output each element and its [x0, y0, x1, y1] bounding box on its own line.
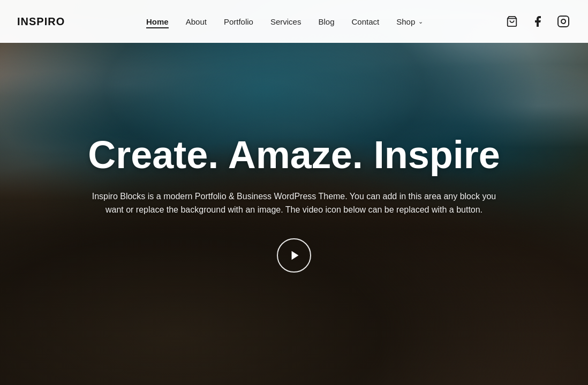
play-button[interactable]	[277, 238, 311, 273]
nav-item-contact[interactable]: Contact	[351, 17, 379, 26]
main-nav: Home About Portfolio Services Blog Conta…	[146, 17, 423, 26]
hero-title: Create. Amaze. Inspire	[85, 134, 503, 176]
hero-section: INSPIRO Home About Portfolio Services Bl…	[0, 0, 588, 385]
facebook-icon[interactable]	[530, 14, 545, 29]
hero-content: Create. Amaze. Inspire Inspiro Blocks is…	[64, 134, 524, 272]
chevron-down-icon: ⌄	[418, 18, 423, 25]
nav-item-portfolio[interactable]: Portfolio	[224, 17, 253, 26]
site-header: INSPIRO Home About Portfolio Services Bl…	[0, 0, 588, 43]
svg-marker-3	[292, 251, 299, 260]
nav-item-blog[interactable]: Blog	[318, 17, 334, 26]
hero-subtitle: Inspiro Blocks is a modern Portfolio & B…	[85, 190, 503, 217]
header-icons	[504, 14, 571, 29]
instagram-icon[interactable]	[556, 14, 571, 29]
nav-item-shop[interactable]: Shop ⌄	[396, 17, 423, 26]
svg-rect-1	[558, 16, 569, 27]
cart-icon[interactable]	[504, 14, 519, 29]
site-logo[interactable]: INSPIRO	[17, 16, 65, 28]
nav-item-home[interactable]: Home	[146, 17, 169, 26]
nav-item-services[interactable]: Services	[270, 17, 301, 26]
nav-item-about[interactable]: About	[186, 17, 207, 26]
